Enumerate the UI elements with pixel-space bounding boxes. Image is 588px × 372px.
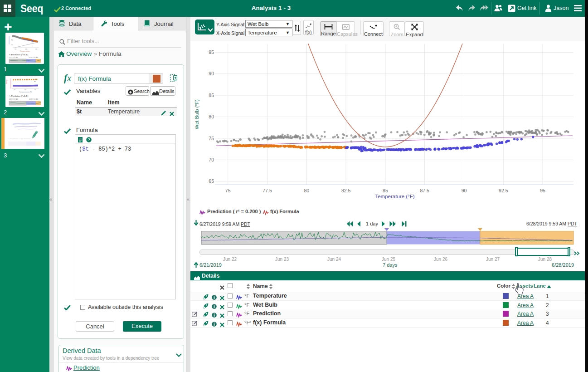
svg-text:Temperature (F): Temperature (F) (19, 91, 32, 93)
svg-text:77.5: 77.5 (262, 188, 272, 193)
svg-text:75: 75 (209, 136, 214, 141)
svg-text:95: 95 (540, 188, 545, 193)
svg-text:85: 85 (383, 188, 388, 193)
svg-text:65: 65 (209, 178, 214, 184)
svg-text:75: 75 (225, 188, 231, 193)
svg-text:∿ Prediction (r²=0.2): ∿ Prediction (r²=0.2) (9, 95, 28, 97)
svg-text:6/28 9:59 AM: 6/28 9:59 AM (29, 98, 38, 100)
svg-text:70: 70 (14, 89, 15, 91)
svg-text:92.5: 92.5 (499, 188, 508, 193)
svg-text:75: 75 (15, 49, 16, 50)
svg-text:95: 95 (35, 49, 37, 50)
svg-text:70: 70 (209, 157, 214, 162)
svg-text:90: 90 (34, 89, 36, 91)
svg-text:Temp: Temp (5, 79, 8, 84)
svg-text:Temperature (°F): Temperature (°F) (375, 194, 414, 199)
svg-text:70: 70 (11, 44, 13, 46)
svg-text:87.5: 87.5 (420, 188, 429, 193)
svg-text:80: 80 (209, 114, 214, 119)
svg-text:∿ Prediction ∿ f(x) Formula: ∿ Prediction ∿ f(x) Formula (8, 137, 31, 140)
svg-text:Temperature: Temperature (20, 50, 30, 52)
svg-text:∿ Prediction (r²=0.2): ∿ Prediction (r²=0.2) (9, 54, 28, 56)
svg-text:90: 90 (209, 71, 214, 76)
svg-text:90: 90 (462, 188, 467, 193)
svg-text:6/21 9:59 AM: 6/21 9:59 AM (9, 98, 18, 100)
svg-text:?: ? (87, 137, 90, 142)
svg-text:82.5: 82.5 (341, 188, 351, 193)
svg-text:6/27 9:59 AM: 6/27 9:59 AM (9, 57, 18, 59)
svg-text:85: 85 (209, 93, 214, 98)
svg-text:6/28 9:59 AM: 6/28 9:59 AM (29, 57, 38, 59)
svg-text:75: 75 (11, 39, 13, 41)
svg-text:95: 95 (209, 49, 214, 55)
svg-text:■: ■ (34, 81, 35, 83)
svg-text:80: 80 (304, 188, 309, 193)
svg-text:Wet Bulb (°F): Wet Bulb (°F) (194, 99, 199, 129)
